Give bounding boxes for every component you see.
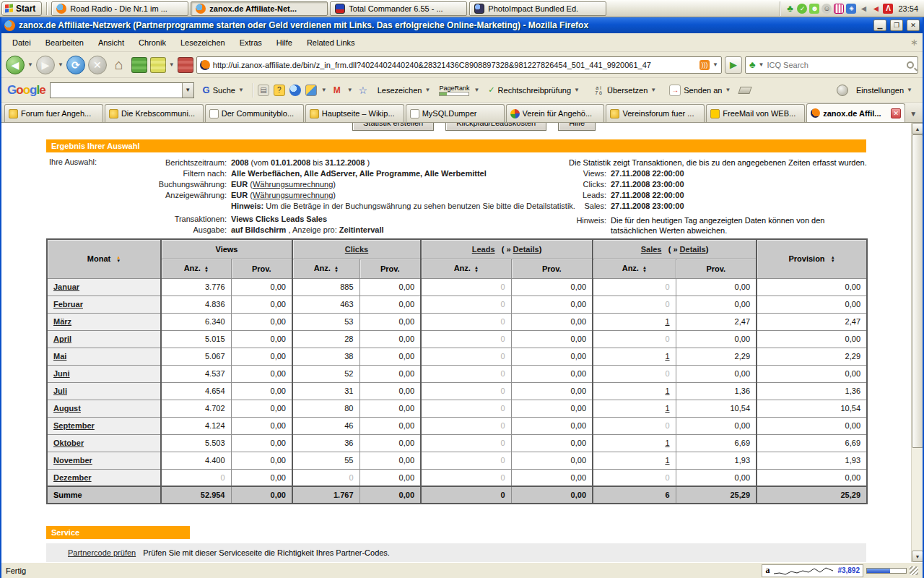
minimize-button[interactable]: ▁ (873, 20, 886, 31)
volume-muted-tray-icon[interactable]: ◄ (858, 4, 868, 14)
reload-button[interactable]: ⟳ (66, 56, 85, 74)
page-button-statistik-erstellen[interactable]: Statistik erstellen (352, 123, 434, 131)
google-search-button[interactable]: GSuche▼ (199, 82, 248, 98)
column-group-clicks[interactable]: Clicks (292, 239, 421, 259)
google-earth-icon[interactable] (289, 85, 301, 96)
avira-tray-icon[interactable]: Λ (883, 4, 893, 14)
column-group-leads[interactable]: Leads ( » Details) (421, 239, 593, 259)
volume-tray-icon[interactable]: ◄ (871, 4, 881, 14)
pagerank-indicator[interactable]: PageRank (439, 85, 469, 96)
page-button-klickpfad-leadskosten[interactable]: Klickpfad/Leadskosten (445, 123, 546, 131)
menu-chronik[interactable]: Chronik (132, 35, 173, 50)
contact-tray-icon[interactable]: ☻ (809, 4, 819, 14)
column-group-sales[interactable]: Sales ( » Details) (593, 239, 757, 259)
column-header-monat[interactable]: Monat ▲▼ (47, 239, 161, 278)
tab-close-icon[interactable]: ✕ (891, 108, 901, 118)
stripes-tray-icon[interactable] (834, 4, 844, 14)
pagerank-dropdown[interactable]: ▼ (474, 87, 479, 93)
extension-dropdown[interactable]: ▼ (169, 61, 175, 68)
restore-button[interactable]: ❐ (890, 20, 903, 31)
tab-die-krebscommuni[interactable]: Die Krebscommuni... (105, 104, 204, 122)
photos-icon[interactable] (305, 85, 317, 96)
photos-dropdown[interactable]: ▼ (321, 87, 327, 93)
smiley-tray-icon[interactable]: ☺ (821, 4, 832, 14)
month-link[interactable]: September (53, 421, 95, 430)
subheader-leads-anz[interactable]: Anz.▲▼ (421, 259, 511, 278)
sales-count-link[interactable]: 1 (665, 439, 669, 447)
home-button[interactable]: ⌂ (110, 56, 128, 74)
extension-green-icon[interactable] (131, 57, 147, 73)
subheader-sales-anz[interactable]: Anz.▲▼ (593, 259, 676, 278)
month-link[interactable]: Mai (53, 352, 66, 361)
site-search-icon[interactable]: ? (274, 85, 285, 96)
month-link[interactable]: November (53, 456, 92, 465)
month-link[interactable]: Oktober (53, 439, 84, 447)
tab-zanox-de-affil[interactable]: zanox.de Affil...✕ (806, 103, 905, 122)
back-button[interactable]: ◀ (6, 56, 25, 74)
tab-hauptseite-wikip[interactable]: Hauptseite – Wikip... (305, 104, 404, 122)
search-engine-icon[interactable]: ♣ (749, 59, 756, 70)
rss-feed-icon[interactable]: ))) (699, 60, 710, 70)
tab-vereinsforum-fuer[interactable]: Vereinsforum fuer ... (606, 104, 705, 122)
checkmark-tray-icon[interactable]: ✓ (797, 4, 807, 14)
url-history-dropdown[interactable]: ▼ (712, 61, 718, 68)
sales-count-link[interactable]: 1 (665, 317, 669, 326)
menu-lesezeichen[interactable]: Lesezeichen (174, 35, 232, 50)
bookmarks-menu-button[interactable]: Lesezeichen▼ (373, 84, 435, 97)
month-link[interactable]: August (53, 404, 81, 413)
extension-yellow-icon[interactable] (150, 57, 166, 73)
taskbar-window-button[interactable]: Total Commander 6.55 - ... (330, 1, 467, 16)
search-magnifier-icon[interactable] (907, 61, 914, 69)
scroll-up-icon[interactable]: ▲ (912, 123, 923, 134)
sort-icon-monat[interactable]: ▲▼ (116, 256, 121, 263)
combo-dropdown-icon[interactable]: ▼ (182, 83, 193, 98)
sales-count-link[interactable]: 1 (665, 352, 669, 361)
currency-conversion-link[interactable]: Währungsumrechnung (253, 180, 333, 189)
gmail-dropdown[interactable]: ▼ (347, 87, 353, 93)
taskbar-window-button[interactable]: zanox.de Affiliate-Net... (191, 1, 328, 16)
month-link[interactable]: Februar (53, 300, 83, 309)
month-link[interactable]: April (53, 335, 71, 343)
sales-count-link[interactable]: 1 (665, 387, 669, 395)
partnercode-link[interactable]: Partnercode prüfen (68, 548, 136, 557)
bookmark-star-icon[interactable]: ☆ (357, 85, 369, 96)
netmeeting-tray-icon[interactable]: ◈ (846, 4, 856, 14)
send-to-button[interactable]: →Senden an▼ (665, 82, 735, 98)
stop-button[interactable]: ✕ (88, 56, 107, 74)
eraser-icon[interactable] (738, 87, 752, 94)
column-header-provision[interactable]: Provision ▲▼ (757, 239, 867, 278)
sales-details-link[interactable]: Details (680, 245, 706, 254)
menu-extras[interactable]: Extras (233, 35, 269, 50)
resize-grip[interactable] (910, 566, 918, 575)
subheader-views-anz[interactable]: Anz.▲▼ (161, 259, 231, 278)
search-engine-dropdown[interactable]: ▼ (759, 61, 764, 68)
clover-tray-icon[interactable]: ♣ (785, 4, 795, 14)
menu-hilfe[interactable]: Hilfe (270, 35, 299, 50)
gmail-icon[interactable]: M (331, 85, 343, 96)
month-link[interactable]: März (53, 317, 71, 326)
menu-ansicht[interactable]: Ansicht (92, 35, 131, 50)
tab-der-communityblo[interactable]: Der Communityblo... (205, 104, 304, 122)
tab-list-dropdown[interactable]: ▼ (907, 110, 920, 118)
vertical-scrollbar[interactable]: ▲ ▼ (911, 123, 923, 562)
back-dropdown[interactable]: ▼ (27, 61, 33, 68)
forward-button[interactable]: ▶ (36, 56, 55, 74)
taskbar-window-button[interactable]: PhotoImpact Bundled Ed. (469, 1, 606, 16)
menu-related-links[interactable]: Related Links (300, 35, 362, 50)
tab-freemail-von-web[interactable]: FreeMail von WEB... (706, 104, 805, 122)
taskbar-window-button[interactable]: Road Radio - Die Nr.1 im ... (51, 1, 188, 16)
spellcheck-button[interactable]: ✓Rechtschreibprüfung▼ (484, 83, 584, 97)
go-button[interactable]: ▶ (725, 56, 742, 74)
page-button-hilfe[interactable]: Hilfe (558, 123, 596, 131)
currency-conversion-link[interactable]: Währungsumrechnung (253, 191, 333, 199)
start-button[interactable]: Start (1, 1, 42, 16)
sales-count-link[interactable]: 1 (665, 404, 669, 413)
tab-mysqldumper[interactable]: MySQLDumper (406, 104, 505, 122)
menu-bearbeiten[interactable]: Bearbeiten (39, 35, 90, 50)
history-icon[interactable]: ▤ (258, 85, 269, 96)
sort-icon-provision[interactable]: ▲▼ (831, 256, 835, 263)
month-link[interactable]: Januar (53, 282, 79, 291)
menu-datei[interactable]: Datei (6, 35, 38, 50)
alexa-widget[interactable]: a #3,892 (762, 564, 863, 577)
subheader-clicks-anz[interactable]: Anz.▲▼ (292, 259, 359, 278)
